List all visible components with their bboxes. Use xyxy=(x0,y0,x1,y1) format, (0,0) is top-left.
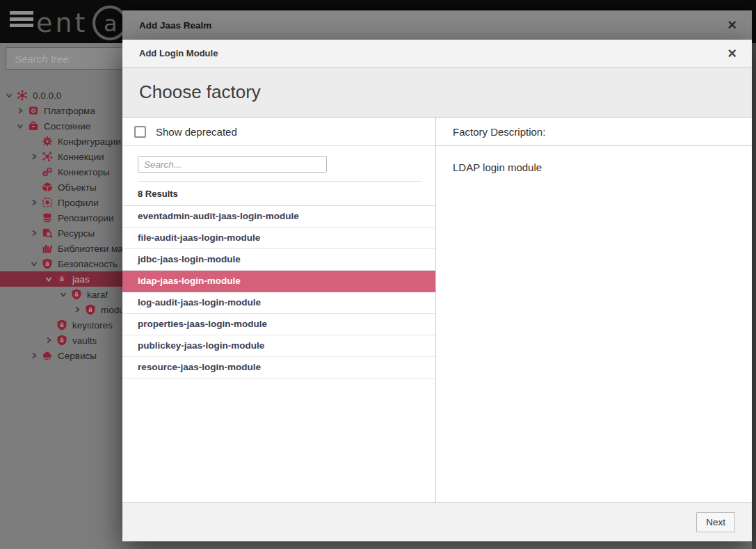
tree-item-label: Ресурсы xyxy=(58,228,95,239)
modal-heading-band: Choose factory xyxy=(122,67,752,118)
chevron-right-icon[interactable] xyxy=(31,199,42,206)
show-deprecated-label: Show deprecated xyxy=(156,126,237,138)
hamburger-menu-icon[interactable] xyxy=(10,11,33,32)
factory-list-item[interactable]: jdbc-jaas-login-module xyxy=(122,249,435,271)
tree-item-label: Объекты xyxy=(58,182,97,193)
shield-icon xyxy=(56,335,67,346)
tree-item-label: Конфигурации xyxy=(58,136,121,147)
tree-item-label: karaf xyxy=(87,289,108,300)
factory-list-item[interactable]: file-audit-jaas-login-module xyxy=(122,228,435,249)
chevron-down-icon[interactable] xyxy=(31,260,42,267)
profiles-icon xyxy=(42,197,53,208)
factory-list-panel: Show deprecated 8 Results eventadmin-aud… xyxy=(122,118,436,502)
factory-search xyxy=(122,146,435,173)
add-login-module-modal: Add Login Module × Choose factory Show d… xyxy=(122,40,752,541)
factory-list-item[interactable]: log-audit-jaas-login-module xyxy=(122,292,435,314)
outer-modal-header: Add Jaas Realm × xyxy=(122,10,752,40)
connections-icon xyxy=(42,151,53,162)
factory-list-item[interactable]: publickey-jaas-login-module xyxy=(122,335,435,357)
services-icon xyxy=(42,350,53,361)
outer-modal-close-icon[interactable]: × xyxy=(727,17,737,33)
tree-item-label: Коннекции xyxy=(58,152,104,162)
objects-icon xyxy=(42,182,53,193)
screen: ent a x 0.0.0.0 Платформа Состояние Конф… xyxy=(0,0,756,549)
libraries-icon xyxy=(42,243,53,254)
factory-list: eventadmin-audit-jaas-login-modulefile-a… xyxy=(122,206,435,502)
shield-icon xyxy=(42,258,53,269)
tree-item-label: Профили xyxy=(58,198,99,208)
tree-item-label: Платформа xyxy=(44,106,95,116)
tree-item-label: vaults xyxy=(72,335,97,346)
chevron-down-icon[interactable] xyxy=(60,291,71,298)
hub-icon xyxy=(17,90,28,101)
factory-list-item[interactable]: eventadmin-audit-jaas-login-module xyxy=(122,206,435,228)
platform-icon xyxy=(28,105,39,116)
repositories-icon xyxy=(42,212,53,223)
chevron-down-icon[interactable] xyxy=(17,122,28,129)
modal-body: Show deprecated 8 Results eventadmin-aud… xyxy=(122,118,752,502)
background-right-strip xyxy=(752,43,756,549)
tree-item-label: Состояние xyxy=(44,121,90,132)
chevron-right-icon[interactable] xyxy=(31,352,42,359)
shield-icon xyxy=(85,304,96,315)
tree-item-label: Коннекторы xyxy=(58,167,110,177)
factory-list-item[interactable]: resource-jaas-login-module xyxy=(122,357,435,379)
tree-item-label: keystores xyxy=(72,320,113,331)
chevron-right-icon[interactable] xyxy=(74,306,85,313)
chevron-right-icon[interactable] xyxy=(31,230,42,237)
factory-description-panel: Factory Description: LDAP login module xyxy=(436,118,752,502)
logo-circle-letter: a xyxy=(104,10,118,37)
chevron-right-icon[interactable] xyxy=(45,337,56,344)
connectors-icon xyxy=(42,166,53,177)
modal-close-icon[interactable]: × xyxy=(727,46,737,61)
factory-list-item[interactable]: properties-jaas-login-module xyxy=(122,314,435,335)
shield-icon xyxy=(56,273,67,285)
next-button[interactable]: Next xyxy=(696,512,735,532)
page-title: Choose factory xyxy=(139,81,261,103)
modal-header: Add Login Module × xyxy=(122,40,752,67)
state-icon xyxy=(28,120,39,132)
shield-icon xyxy=(56,319,67,331)
resources-icon xyxy=(42,228,53,239)
factory-description-text: LDAP login module xyxy=(436,146,752,189)
shield-icon xyxy=(71,289,82,300)
modal-title: Add Login Module xyxy=(139,48,218,58)
factory-description-header: Factory Description: xyxy=(436,118,752,146)
modal-footer: Next xyxy=(122,502,752,541)
chevron-down-icon[interactable] xyxy=(45,276,56,283)
entaxy-logo: ent a x xyxy=(36,3,134,43)
chevron-down-icon[interactable] xyxy=(6,92,17,99)
show-deprecated-checkbox[interactable] xyxy=(134,126,146,138)
tree-item-label: Репозитории xyxy=(58,213,113,223)
configurations-icon xyxy=(42,136,53,147)
outer-modal-title: Add Jaas Realm xyxy=(139,20,211,31)
chevron-right-icon[interactable] xyxy=(17,107,28,114)
tree-item-label: 0.0.0.0 xyxy=(33,90,61,101)
results-count: 8 Results xyxy=(122,182,435,206)
chevron-right-icon[interactable] xyxy=(31,153,42,160)
logo-text-left: ent xyxy=(36,8,88,38)
factory-list-item[interactable]: ldap-jaas-login-module xyxy=(122,271,435,292)
tree-item-label: Безопасность xyxy=(58,259,118,269)
factory-search-input[interactable] xyxy=(138,156,327,173)
tree-item-label: jaas xyxy=(72,274,90,285)
tree-item-label: Сервисы xyxy=(58,351,97,361)
show-deprecated-row: Show deprecated xyxy=(122,118,435,146)
